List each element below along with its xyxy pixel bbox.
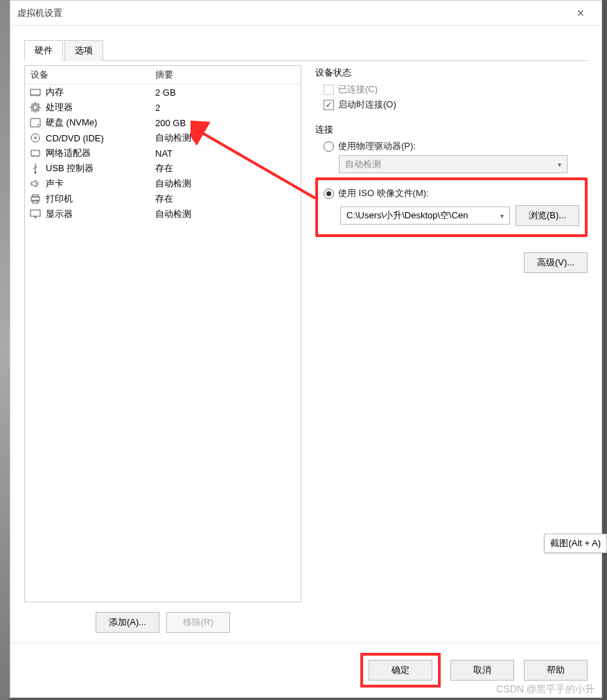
device-status-title: 设备状态: [315, 67, 588, 79]
connected-checkbox: [324, 85, 334, 95]
printer-icon: [29, 193, 42, 205]
advanced-button[interactable]: 高级(V)...: [524, 252, 588, 273]
physical-drive-value: 自动检测: [345, 158, 381, 170]
group-device-status: 设备状态 已连接(C) ✓ 启动时连接(O): [315, 67, 588, 111]
device-list-header: 设备 摘要: [25, 66, 301, 85]
watermark: CSDN @黑乎乎的小升: [496, 683, 595, 696]
remove-button: 移除(R): [166, 612, 230, 633]
device-row-sound[interactable]: 声卡 自动检测: [25, 176, 301, 191]
tab-hardware[interactable]: 硬件: [24, 40, 63, 61]
svg-rect-12: [30, 210, 40, 216]
disc-icon: [29, 132, 42, 144]
device-name: USB 控制器: [46, 162, 155, 175]
titlebar: 虚拟机设置 ✕: [10, 1, 601, 26]
device-row-disk[interactable]: 硬盘 (NVMe) 200 GB: [25, 115, 301, 130]
device-summary: 2 GB: [155, 87, 297, 98]
network-icon: [29, 147, 42, 159]
svg-point-8: [35, 172, 37, 174]
device-name: 内存: [46, 86, 155, 98]
ok-button[interactable]: 确定: [369, 660, 432, 681]
group-connection: 连接 使用物理驱动器(P): 自动检测 ▾: [315, 123, 588, 273]
svg-rect-3: [30, 119, 40, 127]
device-summary: 自动检测: [155, 177, 297, 190]
device-summary: 自动检测: [155, 208, 297, 220]
screenshot-tooltip: 截图(Alt + A): [544, 534, 607, 553]
device-name: CD/DVD (IDE): [46, 133, 155, 143]
svg-point-6: [35, 137, 37, 139]
dialog-content: 硬件 选项 设备 摘要 内存 2 GB: [10, 26, 601, 642]
iso-highlight: 使用 ISO 映像文件(M): C:\Users\小升\Desktop\空\Ce…: [315, 177, 588, 237]
device-name: 声卡: [46, 177, 155, 190]
use-physical-radio[interactable]: [324, 141, 334, 152]
device-name: 显示器: [46, 208, 155, 220]
background-strip: [0, 0, 10, 700]
device-name: 网络适配器: [46, 147, 155, 159]
use-physical-row[interactable]: 使用物理驱动器(P):: [324, 140, 588, 152]
help-button[interactable]: 帮助: [524, 660, 588, 681]
svg-point-4: [37, 124, 39, 125]
add-button[interactable]: 添加(A)...: [96, 612, 159, 633]
chevron-down-icon: ▾: [500, 212, 504, 220]
device-row-memory[interactable]: 内存 2 GB: [25, 85, 301, 100]
disk-icon: [29, 116, 42, 129]
device-name: 处理器: [46, 101, 155, 114]
device-summary: 2: [155, 103, 297, 113]
physical-drive-dropdown: 自动检测 ▾: [339, 155, 568, 173]
cancel-button[interactable]: 取消: [450, 660, 514, 681]
device-row-usb[interactable]: USB 控制器 存在: [25, 161, 301, 176]
ok-highlight: 确定: [360, 653, 441, 688]
device-name: 硬盘 (NVMe): [46, 116, 155, 129]
svg-rect-2: [33, 105, 37, 110]
device-name: 打印机: [46, 193, 155, 205]
use-iso-radio[interactable]: [324, 189, 334, 199]
window-title: 虚拟机设置: [17, 7, 567, 19]
close-icon: ✕: [577, 8, 585, 19]
connect-at-power-on-row[interactable]: ✓ 启动时连接(O): [324, 98, 588, 111]
usb-icon: [29, 162, 42, 175]
monitor-icon: [29, 208, 42, 220]
device-row-cd[interactable]: CD/DVD (IDE) 自动检测: [25, 130, 301, 146]
svg-rect-0: [30, 89, 40, 95]
cpu-icon: [29, 101, 42, 114]
sound-icon: [29, 177, 42, 190]
svg-rect-10: [33, 195, 38, 197]
iso-path-row: C:\Users\小升\Desktop\空\Cen ▾ 浏览(B)...: [340, 205, 579, 226]
connect-at-power-on-checkbox[interactable]: ✓: [324, 100, 334, 110]
iso-path-value: C:\Users\小升\Desktop\空\Cen: [346, 209, 468, 222]
connected-label: 已连接(C): [338, 83, 378, 96]
device-summary: NAT: [155, 148, 297, 159]
device-row-printer[interactable]: 打印机 存在: [25, 191, 301, 207]
header-summary: 摘要: [155, 69, 173, 81]
tab-strip: 硬件 选项: [24, 40, 588, 61]
memory-icon: [29, 86, 42, 98]
device-row-cpu[interactable]: 处理器 2: [25, 100, 301, 115]
vm-settings-dialog: 虚拟机设置 ✕ 硬件 选项 设备 摘要 内存 2 GB: [10, 0, 602, 698]
hardware-left-panel: 设备 摘要 内存 2 GB 处理器 2: [24, 61, 301, 636]
browse-button[interactable]: 浏览(B)...: [516, 205, 579, 226]
two-columns: 设备 摘要 内存 2 GB 处理器 2: [24, 61, 588, 636]
advanced-row: 高级(V)...: [315, 252, 588, 273]
svg-rect-7: [31, 150, 39, 156]
connection-title: 连接: [315, 123, 588, 136]
device-summary: 自动检测: [155, 132, 297, 144]
close-button[interactable]: ✕: [567, 3, 595, 24]
device-summary: 存在: [155, 193, 297, 205]
use-iso-label: 使用 ISO 映像文件(M):: [338, 187, 429, 200]
device-row-network[interactable]: 网络适配器 NAT: [25, 146, 301, 161]
iso-path-combo[interactable]: C:\Users\小升\Desktop\空\Cen ▾: [340, 207, 510, 225]
device-summary: 存在: [155, 162, 297, 175]
tab-options[interactable]: 选项: [64, 40, 103, 61]
use-physical-label: 使用物理驱动器(P):: [338, 140, 416, 152]
connected-row: 已连接(C): [324, 83, 588, 96]
device-list: 设备 摘要 内存 2 GB 处理器 2: [24, 65, 301, 602]
connect-at-power-on-label: 启动时连接(O): [338, 98, 396, 111]
device-row-monitor[interactable]: 显示器 自动检测: [25, 207, 301, 222]
header-device: 设备: [30, 69, 155, 81]
use-iso-row[interactable]: 使用 ISO 映像文件(M):: [324, 187, 579, 200]
chevron-down-icon: ▾: [558, 161, 561, 168]
svg-point-5: [31, 134, 39, 142]
add-remove-row: 添加(A)... 移除(R): [24, 612, 301, 633]
device-summary: 200 GB: [155, 118, 297, 128]
